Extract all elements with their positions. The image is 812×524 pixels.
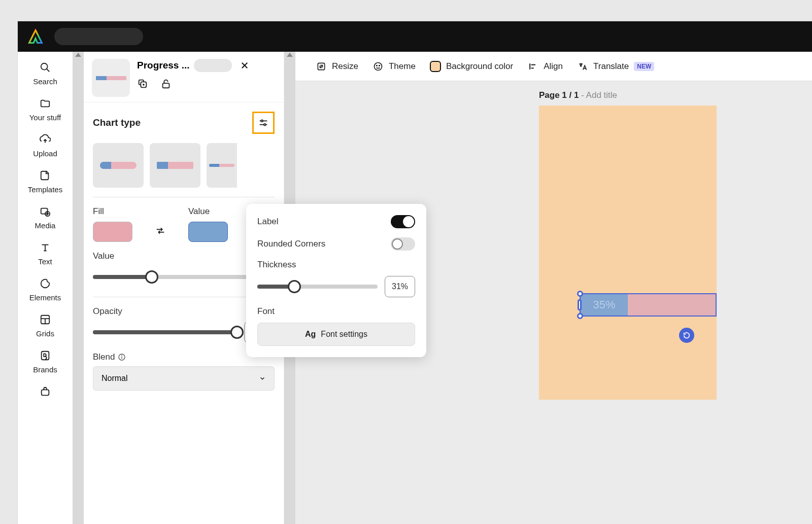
fill-label: Fill: [93, 206, 132, 217]
resize-icon: [316, 61, 327, 72]
main-area: Search Your stuff Upload Templates Media…: [18, 52, 812, 524]
duplicate-button[interactable]: [137, 78, 148, 89]
page-number: Page 1 / 1: [539, 90, 579, 100]
elements-icon: [39, 277, 52, 290]
nav-more[interactable]: [39, 385, 52, 398]
svg-point-23: [379, 65, 380, 66]
search-icon: [39, 61, 52, 74]
translate-icon: [577, 61, 588, 72]
thickness-slider[interactable]: [257, 285, 378, 289]
nav-your-stuff-label: Your stuff: [29, 113, 61, 122]
chart-type-rounded[interactable]: [93, 143, 144, 188]
nav-templates[interactable]: Templates: [28, 169, 62, 194]
text-icon: [39, 241, 52, 254]
label-toggle[interactable]: [391, 215, 415, 228]
selection-handle-mid-left[interactable]: [578, 299, 582, 310]
divider: [93, 197, 275, 197]
label-toggle-label: Label: [257, 217, 279, 227]
rounded-toggle-label: Rounded Corners: [257, 239, 325, 249]
progress-bar-element[interactable]: 35%: [580, 293, 717, 317]
brands-icon: [39, 349, 52, 362]
nav-search-label: Search: [33, 77, 57, 86]
left-nav: Search Your stuff Upload Templates Media…: [18, 52, 73, 524]
svg-rect-2: [41, 208, 48, 214]
thickness-label: Thickness: [257, 260, 415, 270]
chevron-down-icon: [259, 375, 266, 382]
nav-media[interactable]: Media: [35, 205, 56, 230]
templates-icon: [39, 169, 52, 182]
page-label[interactable]: Page 1 / 1 - Add title: [539, 90, 617, 100]
close-panel-button[interactable]: [240, 61, 249, 70]
document-page[interactable]: 35%: [539, 106, 717, 400]
value-slider[interactable]: [93, 275, 260, 279]
selection-handle-bottom-left[interactable]: [577, 313, 583, 319]
background-label: Background color: [446, 61, 513, 72]
selection-handle-top-left[interactable]: [577, 291, 583, 297]
folder-icon: [39, 97, 52, 110]
nav-text[interactable]: Text: [38, 241, 52, 266]
panel-scroll-left[interactable]: [73, 52, 84, 524]
svg-point-14: [261, 120, 263, 122]
nav-search[interactable]: Search: [33, 61, 57, 86]
chart-type-thin[interactable]: [207, 143, 237, 188]
theme-icon: [373, 61, 384, 72]
nav-elements-label: Elements: [29, 293, 61, 302]
svg-point-19: [122, 356, 122, 356]
translate-label: Translate: [593, 61, 629, 72]
info-icon[interactable]: [118, 353, 126, 361]
page-title-placeholder: - Add title: [579, 90, 617, 100]
font-settings-button[interactable]: Ag Font settings: [257, 323, 415, 346]
nav-brands[interactable]: Brands: [33, 349, 57, 374]
panel-header: Progress ...: [84, 52, 284, 102]
theme-label: Theme: [389, 61, 416, 72]
background-color-button[interactable]: Background color: [430, 61, 513, 72]
title-field-disabled: [194, 59, 232, 72]
opacity-slider[interactable]: [93, 330, 237, 334]
svg-point-21: [374, 62, 382, 70]
app-frame: Search Your stuff Upload Templates Media…: [18, 21, 812, 524]
app-logo[interactable]: [28, 29, 43, 44]
blend-mode-value: Normal: [101, 374, 128, 383]
value-slider-label: Value: [93, 251, 114, 261]
blend-label: Blend: [93, 352, 115, 362]
nav-brands-label: Brands: [33, 365, 57, 374]
theme-button[interactable]: Theme: [373, 61, 416, 72]
chart-settings-popover: Label Rounded Corners Thickness 31% Font: [246, 204, 426, 357]
swap-colors-button[interactable]: [155, 225, 166, 236]
progress-bar-fill: 35%: [581, 294, 628, 316]
chart-type-settings-button[interactable]: [252, 112, 275, 134]
align-label: Align: [544, 61, 563, 72]
nav-upload[interactable]: Upload: [33, 133, 57, 158]
translate-button[interactable]: Translate NEW: [577, 61, 654, 72]
thickness-number-input[interactable]: 31%: [385, 276, 415, 297]
value-color-swatch[interactable]: [188, 222, 228, 242]
font-icon: Ag: [305, 330, 316, 339]
align-button[interactable]: Align: [527, 61, 563, 72]
nav-grids-label: Grids: [36, 329, 54, 338]
svg-rect-8: [42, 390, 49, 395]
scroll-up-icon: [75, 53, 81, 57]
align-icon: [527, 61, 538, 72]
svg-line-1: [47, 69, 50, 72]
svg-rect-7: [42, 352, 49, 360]
reset-rotation-button[interactable]: [679, 328, 694, 343]
bag-icon: [39, 385, 52, 398]
lock-button[interactable]: [160, 78, 172, 89]
blend-mode-select[interactable]: Normal: [93, 366, 275, 391]
element-thumbnail: [92, 59, 130, 97]
chart-type-square[interactable]: [150, 143, 200, 188]
chart-type-picker: [93, 143, 275, 188]
svg-point-0: [41, 63, 48, 70]
progress-bar-track: [628, 294, 716, 316]
upload-icon: [39, 133, 52, 146]
nav-your-stuff[interactable]: Your stuff: [29, 97, 61, 122]
top-search-placeholder[interactable]: [54, 28, 143, 45]
nav-grids[interactable]: Grids: [36, 313, 54, 338]
rounded-corners-toggle[interactable]: [391, 237, 415, 251]
resize-button[interactable]: Resize: [316, 61, 358, 72]
fill-color-swatch[interactable]: [93, 222, 132, 242]
chart-type-heading: Chart type: [93, 117, 141, 128]
nav-elements[interactable]: Elements: [29, 277, 61, 302]
media-icon: [39, 205, 52, 218]
svg-point-16: [264, 124, 266, 126]
